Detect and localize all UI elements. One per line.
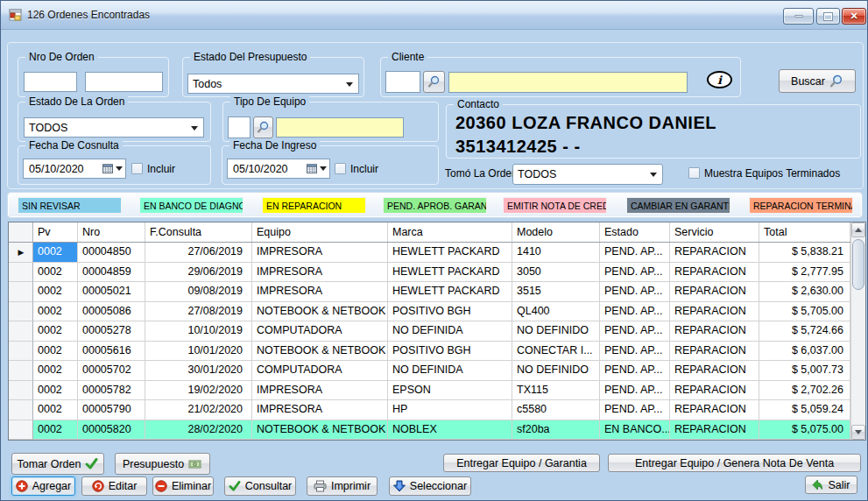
cell-nro[interactable]: 00005616 xyxy=(78,342,145,362)
cell-modelo[interactable]: QL400 xyxy=(512,302,600,322)
row-header[interactable]: ▶ xyxy=(9,243,33,263)
header-servicio[interactable]: Servicio xyxy=(670,222,759,242)
editar-button[interactable]: Editar xyxy=(81,476,147,496)
entregar-nota-venta-button[interactable]: Entregar Equipo / Genera Nota De Venta xyxy=(608,454,861,472)
header-estado[interactable]: Estado xyxy=(600,222,670,242)
cell-fconsulta[interactable]: 09/08/2019 xyxy=(145,282,252,302)
consultar-button[interactable]: Consultar xyxy=(224,476,296,496)
row-header[interactable] xyxy=(9,400,33,420)
table-row[interactable]: 00020000582028/02/2020NOTEBOOK & NETBOOK… xyxy=(9,420,865,441)
cell-marca[interactable]: POSITIVO BGH xyxy=(388,302,512,322)
cell-marca[interactable]: EPSON xyxy=(388,381,512,401)
cell-fconsulta[interactable]: 29/06/2019 xyxy=(145,263,252,283)
cell-marca[interactable]: HEWLETT PACKARD xyxy=(388,263,512,283)
cell-pv[interactable]: 0002 xyxy=(33,282,78,302)
estado-orden-select[interactable]: TODOS xyxy=(24,117,204,138)
cell-equipo[interactable]: NOTEBOOK & NETBOOK xyxy=(252,342,388,362)
cell-total[interactable]: $ 5,724.66 xyxy=(759,321,850,342)
cell-nro[interactable]: 00005782 xyxy=(78,381,145,401)
fecha-consulta-picker[interactable]: 05/10/2020 xyxy=(23,159,126,179)
cell-total[interactable]: $ 2,702.26 xyxy=(759,381,850,401)
cell-pv[interactable]: 0002 xyxy=(33,243,78,263)
cell-estado[interactable]: PEND. AP... xyxy=(600,263,670,283)
fecha-ingreso-incluir-checkbox[interactable] xyxy=(335,163,346,174)
cell-total[interactable]: $ 5,007.73 xyxy=(759,361,850,381)
info-icon[interactable]: i xyxy=(707,71,732,88)
client-code-input[interactable] xyxy=(385,71,420,93)
cell-modelo[interactable]: 3515 xyxy=(512,282,600,302)
client-search-button[interactable] xyxy=(423,71,445,93)
cell-pv[interactable]: 0002 xyxy=(33,302,78,322)
cell-fconsulta[interactable]: 19/02/2020 xyxy=(145,381,252,401)
cell-estado[interactable]: PEND. AP... xyxy=(600,282,670,302)
cell-servicio[interactable]: REPARACION xyxy=(670,420,759,441)
table-row[interactable]: 00020000570230/01/2020COMPUTADORANO DEFI… xyxy=(9,361,865,381)
cell-total[interactable]: $ 6,037.00 xyxy=(759,342,850,362)
table-row[interactable]: 00020000578219/02/2020IMPRESORAEPSONTX11… xyxy=(9,381,865,401)
header-total[interactable]: Total xyxy=(759,222,850,242)
cell-equipo[interactable]: COMPUTADORA xyxy=(252,321,388,342)
order-number-to-input[interactable] xyxy=(85,72,163,92)
cell-fconsulta[interactable]: 10/01/2020 xyxy=(145,342,252,362)
cell-fconsulta[interactable]: 10/10/2019 xyxy=(145,321,252,342)
cell-estado[interactable]: EN BANCO... xyxy=(600,420,670,441)
muestra-terminados-checkbox[interactable] xyxy=(688,167,700,179)
fecha-ingreso-picker[interactable]: 05/10/2020 xyxy=(227,159,330,179)
row-header[interactable] xyxy=(9,321,33,342)
cell-marca[interactable]: HP xyxy=(388,400,512,420)
agregar-button[interactable]: Agregar xyxy=(11,476,75,496)
header-equipo[interactable]: Equipo xyxy=(252,222,388,242)
table-row[interactable]: ▶00020000485027/06/2019IMPRESORAHEWLETT … xyxy=(9,243,865,263)
cell-servicio[interactable]: REPARACION xyxy=(670,282,759,302)
scrollbar-thumb[interactable] xyxy=(852,239,864,290)
cell-total[interactable]: $ 5,059.24 xyxy=(759,400,850,420)
cell-fconsulta[interactable]: 27/06/2019 xyxy=(145,243,252,263)
equipment-search-button[interactable] xyxy=(253,116,273,138)
title-bar[interactable]: 126 Ordenes Encontradas ✕ xyxy=(1,1,867,30)
order-number-from-input[interactable] xyxy=(24,72,77,92)
cell-total[interactable]: $ 2,777.95 xyxy=(759,263,850,283)
table-row[interactable]: 00020000508627/08/2019NOTEBOOK & NETBOOK… xyxy=(9,302,865,322)
cell-pv[interactable]: 0002 xyxy=(33,400,78,420)
cell-marca[interactable]: NO DEFINIDA xyxy=(388,361,512,381)
presupuesto-button[interactable]: Presupuesto xyxy=(115,453,210,475)
buscar-button[interactable]: Buscar xyxy=(779,69,856,93)
cell-nro[interactable]: 00004850 xyxy=(78,243,145,263)
cell-modelo[interactable]: TX115 xyxy=(512,381,600,401)
header-fconsulta[interactable]: F.Consulta xyxy=(145,222,252,242)
cell-modelo[interactable]: NO DEFINIDO xyxy=(512,361,600,381)
equipment-code-input[interactable] xyxy=(228,116,251,138)
cell-total[interactable]: $ 5,838.21 xyxy=(759,243,850,263)
cell-equipo[interactable]: NOTEBOOK & NETBOOK xyxy=(252,302,388,322)
cell-fconsulta[interactable]: 27/08/2019 xyxy=(145,302,252,322)
cell-pv[interactable]: 0002 xyxy=(33,342,78,362)
cell-pv[interactable]: 0002 xyxy=(33,361,78,381)
cell-marca[interactable]: NOBLEX xyxy=(388,420,512,441)
cell-nro[interactable]: 00005820 xyxy=(78,420,145,441)
table-row[interactable]: 00020000485929/06/2019IMPRESORAHEWLETT P… xyxy=(9,263,865,283)
cell-equipo[interactable]: NOTEBOOK & NETBOOK xyxy=(252,420,388,441)
header-pv[interactable]: Pv xyxy=(33,222,78,242)
row-header[interactable] xyxy=(9,361,33,381)
cell-nro[interactable]: 00005702 xyxy=(78,361,145,381)
cell-marca[interactable]: HEWLETT PACKARD xyxy=(388,243,512,263)
cell-nro[interactable]: 00005021 xyxy=(78,282,145,302)
cell-nro[interactable]: 00004859 xyxy=(78,263,145,283)
cell-modelo[interactable]: 3050 xyxy=(512,263,600,283)
cell-total[interactable]: $ 5,705.00 xyxy=(759,302,850,322)
table-row[interactable]: 00020000579021/02/2020IMPRESORAHPc5580PE… xyxy=(9,400,865,420)
cell-servicio[interactable]: REPARACION xyxy=(670,302,759,322)
cell-estado[interactable]: PEND. AP... xyxy=(600,342,670,362)
eliminar-button[interactable]: Eliminar xyxy=(152,476,214,496)
cell-marca[interactable]: POSITIVO BGH xyxy=(388,342,512,362)
maximize-button[interactable] xyxy=(816,8,840,25)
cell-modelo[interactable]: 1410 xyxy=(512,243,600,263)
cell-nro[interactable]: 00005790 xyxy=(78,400,145,420)
fecha-consulta-incluir-checkbox[interactable] xyxy=(131,163,143,174)
cell-servicio[interactable]: REPARACION xyxy=(670,243,759,263)
cell-equipo[interactable]: IMPRESORA xyxy=(252,400,388,420)
cell-equipo[interactable]: IMPRESORA xyxy=(252,282,388,302)
cell-pv[interactable]: 0002 xyxy=(33,321,78,342)
cell-modelo[interactable]: c5580 xyxy=(512,400,600,420)
cell-pv[interactable]: 0002 xyxy=(33,420,78,441)
